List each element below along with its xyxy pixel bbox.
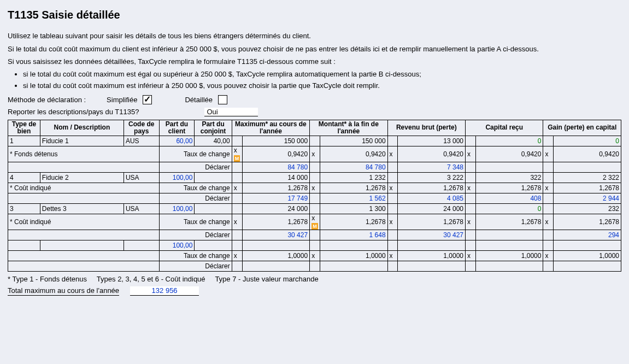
th-gain: Gain (perte) en capital — [543, 120, 621, 136]
cell-nom[interactable]: Fiducie 1 — [40, 136, 124, 146]
intro-text-1: Utilisez le tableau suivant pour saisir … — [8, 31, 621, 41]
total-label: Total maximum au cours de l'année — [8, 286, 119, 296]
table-row-taux: * Fonds détenus Taux de change xM0,9420 … — [8, 146, 621, 162]
table-row: 4 Fiducie 2 USA 100,00 14 000 1 232 3 22… — [8, 173, 621, 183]
page-title: T1135 Saisie détaillée — [8, 9, 621, 21]
intro-text-2: Si le total du coût coût maximum du clie… — [8, 44, 621, 54]
table-row-taux: Taux de change x1,0000 x1,0000 x1,0000 x… — [8, 251, 621, 261]
th-rev: Revenu brut (perte) — [387, 120, 465, 136]
th-conjoint: Part du conjoint — [195, 120, 232, 136]
cell-conjoint[interactable]: 40,00 — [195, 136, 232, 146]
table-row-taux: * Coût indiqué Taux de change x1,2678 xM… — [8, 214, 621, 230]
cell-max[interactable]: 150 000 — [242, 136, 310, 146]
table-row-taux: * Coût indiqué Taux de change x1,2678 x1… — [8, 183, 621, 193]
x-marker: xM — [232, 146, 242, 162]
bullet-1: si le total du coût coût maximum est éga… — [23, 70, 621, 78]
report-value-field[interactable]: Oui — [204, 108, 258, 116]
row-subtype-label: * Fonds détenus — [8, 146, 160, 162]
th-max: Maximum* au cours de l'année — [232, 120, 309, 136]
th-cap: Capital reçu — [466, 120, 543, 136]
x-marker: x — [387, 146, 398, 162]
cell-cap[interactable]: 0 — [475, 136, 543, 146]
th-type: Type de bien — [8, 120, 40, 136]
method-detailed-label: Détaillée — [185, 96, 213, 104]
cell-pays[interactable]: AUS — [124, 136, 159, 146]
table-row-declarer: Déclarer 17 749 1 562 4 085 408 2 944 — [8, 193, 621, 204]
cell-gain[interactable]: 0 — [554, 136, 621, 146]
th-pays: Code de pays — [124, 120, 159, 136]
cell-rev[interactable]: 13 000 — [398, 136, 466, 146]
table-row-declarer: Déclarer — [8, 261, 621, 272]
method-simplified-label: Simplifiée — [107, 96, 137, 104]
x-marker: x — [543, 146, 554, 162]
table-row-declarer: Déclarer 30 427 1 648 30 427 294 — [8, 230, 621, 240]
cell-client[interactable]: 60,00 — [159, 136, 195, 146]
th-fin: Montant* à la fin de l'année — [310, 120, 387, 136]
total-value: 132 956 — [130, 286, 199, 296]
declarer-label: Déclarer — [159, 162, 232, 173]
cell-fin[interactable]: 150 000 — [320, 136, 387, 146]
table-row: 3 Dettes 3 USA 100,00 24 000 1 300 24 00… — [8, 204, 621, 214]
x-marker: x — [310, 146, 320, 162]
method-label: Méthode de déclaration : — [8, 96, 86, 104]
bullet-2: si le total du coût coût maximum est inf… — [23, 81, 621, 90]
details-table: Type de bien Nom / Description Code de p… — [8, 120, 621, 272]
x-marker: x — [466, 146, 476, 162]
method-detailed-checkbox[interactable] — [218, 95, 227, 104]
taux-label: Taux de change — [159, 146, 232, 162]
report-label: Reporter les descriptions/pays du T1135? — [8, 108, 139, 116]
th-nom: Nom / Description — [40, 120, 124, 136]
method-simplified-checkbox[interactable] — [143, 95, 152, 104]
th-client: Part du client — [159, 120, 195, 136]
intro-text-3: Si vous saisissez les données détaillées… — [8, 57, 621, 67]
table-row: 100,00 — [8, 240, 621, 251]
table-row: 1 Fiducie 1 AUS 60,00 40,00 150 000 150 … — [8, 136, 621, 146]
cell-type[interactable]: 1 — [8, 136, 40, 146]
type-legend: * Type 1 - Fonds détenus Types 2, 3, 4, … — [8, 275, 621, 283]
table-row-declarer: Déclarer 84 780 84 780 7 348 — [8, 162, 621, 173]
